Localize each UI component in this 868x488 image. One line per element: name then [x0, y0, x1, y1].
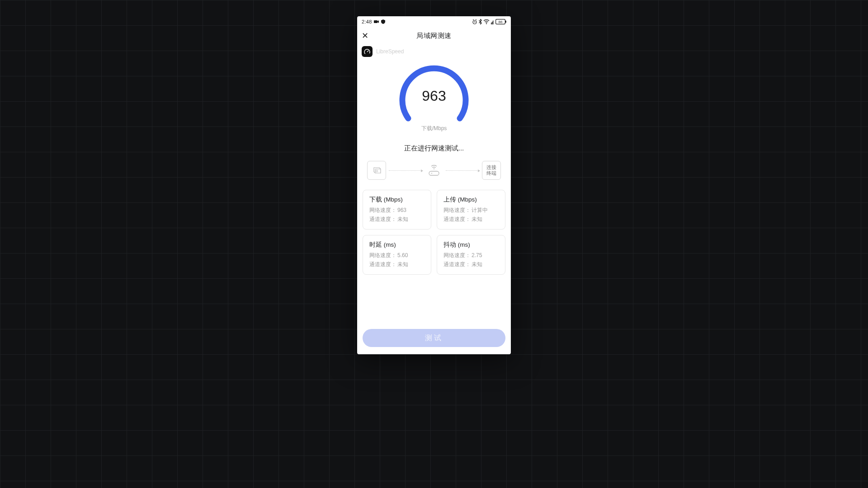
value: 5.60 — [397, 252, 408, 258]
svg-point-11 — [376, 170, 378, 172]
svg-rect-0 — [374, 20, 377, 23]
bluetooth-icon — [479, 19, 482, 24]
value: 963 — [397, 207, 406, 213]
jitter-title: 抖动 (ms) — [443, 241, 499, 249]
topology-diagram: 连接 终端 — [367, 161, 501, 180]
upload-card: 上传 (Mbps) 网络速度：计算中 通道速度：未知 — [437, 190, 505, 230]
endpoint-box: 连接 终端 — [482, 161, 501, 180]
title-bar: ✕ 局域网测速 — [357, 27, 511, 44]
svg-line-10 — [367, 51, 368, 52]
jitter-card: 抖动 (ms) 网络速度：2.75 通道速度：未知 — [437, 235, 505, 275]
label: 通道速度： — [443, 216, 471, 222]
value: 2.75 — [472, 252, 482, 258]
server-icon — [367, 161, 386, 180]
metrics-grid: 下载 (Mbps) 网络速度：963 通道速度：未知 上传 (Mbps) 网络速… — [363, 190, 505, 275]
svg-point-14 — [431, 173, 432, 174]
battery-icon: 86 — [495, 19, 506, 24]
latency-title: 时延 (ms) — [369, 241, 425, 249]
value: 未知 — [472, 261, 482, 267]
download-chan-row: 通道速度：未知 — [369, 216, 425, 223]
label: 网络速度： — [443, 207, 471, 213]
gauge-unit: 下载/Mbps — [421, 125, 447, 132]
latency-chan-row: 通道速度：未知 — [369, 261, 425, 268]
value: 未知 — [397, 216, 408, 222]
speed-gauge: 963 — [395, 61, 473, 124]
label: 通道速度： — [369, 216, 396, 222]
label: 网络速度： — [369, 252, 396, 258]
status-time: 2:48 — [362, 19, 372, 24]
page-title: 局域网测速 — [357, 32, 511, 40]
upload-title: 上传 (Mbps) — [443, 196, 499, 204]
latency-net-row: 网络速度：5.60 — [369, 252, 425, 259]
router-icon — [425, 161, 443, 179]
gauge-value: 963 — [395, 88, 473, 104]
brand-label: LibreSpeed — [376, 48, 404, 55]
svg-rect-13 — [429, 171, 439, 175]
svg-text:86: 86 — [499, 20, 503, 24]
progress-text: 正在进行网速测试... — [357, 144, 511, 153]
brand-row: LibreSpeed — [357, 44, 511, 57]
latency-card: 时延 (ms) 网络速度：5.60 通道速度：未知 — [363, 235, 431, 275]
label: 网络速度： — [443, 252, 471, 258]
svg-point-12 — [434, 168, 434, 169]
topo-arrow-2 — [446, 170, 479, 171]
camera-icon — [374, 20, 379, 23]
test-button[interactable]: 测试 — [363, 329, 505, 347]
upload-net-row: 网络速度：计算中 — [443, 206, 499, 214]
wifi-icon — [483, 19, 490, 24]
shield-icon — [381, 19, 385, 24]
svg-rect-3 — [491, 23, 491, 24]
value: 未知 — [472, 216, 482, 222]
status-bar: 2:48 — [357, 16, 511, 27]
svg-point-2 — [486, 23, 487, 24]
alarm-icon — [472, 19, 477, 24]
phone-frame: 2:48 — [357, 16, 511, 354]
svg-rect-4 — [492, 22, 492, 24]
signal-icon — [491, 19, 494, 24]
label: 网络速度： — [369, 207, 396, 213]
value: 未知 — [397, 261, 408, 267]
svg-rect-7 — [505, 21, 506, 23]
gauge-area: 963 下载/Mbps — [357, 61, 511, 132]
status-left: 2:48 — [362, 19, 385, 24]
download-net-row: 网络速度：963 — [369, 206, 425, 214]
jitter-chan-row: 通道速度：未知 — [443, 261, 499, 268]
label: 通道速度： — [443, 261, 471, 267]
topo-arrow-1 — [389, 170, 422, 171]
download-title: 下载 (Mbps) — [369, 196, 425, 204]
value: 计算中 — [472, 207, 488, 213]
upload-chan-row: 通道速度：未知 — [443, 216, 499, 223]
svg-rect-5 — [493, 20, 493, 24]
status-right: 86 — [472, 19, 506, 24]
download-card: 下载 (Mbps) 网络速度：963 通道速度：未知 — [363, 190, 431, 230]
librespeed-icon — [362, 46, 373, 57]
label: 通道速度： — [369, 261, 396, 267]
jitter-net-row: 网络速度：2.75 — [443, 252, 499, 259]
